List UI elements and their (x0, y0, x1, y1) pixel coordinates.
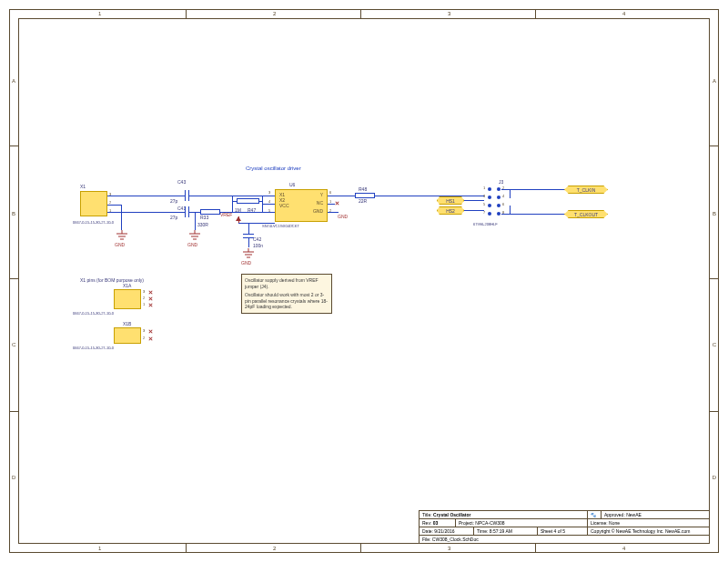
j3-part: 67996-208HLF (473, 222, 498, 226)
approved-value: NewAE (626, 512, 642, 517)
note-line1: Oscillator supply derived from VREF jump… (245, 277, 329, 289)
grid-row-br: B (713, 211, 716, 216)
u6-p-gnd: GND (313, 208, 323, 214)
title-block: Title: Crystal Oscillator 🐾 Approved: Ne… (419, 510, 710, 544)
grid-col-1b: 1 (98, 546, 101, 551)
x1b-ref: X1B (123, 321, 131, 326)
c43-ref: C43 (177, 179, 186, 185)
grid-col-3: 3 (448, 11, 450, 16)
x1a-part: 0667-0-15-15-30-27-10-0 (73, 311, 114, 316)
r33-ref: R33 (200, 215, 208, 220)
grid-col-1: 1 (98, 11, 101, 16)
gnd-symbol-2 (189, 230, 200, 241)
vref-label: VREF (220, 212, 232, 217)
file-value: CW308_Clock.SchDoc (432, 537, 479, 542)
title-value: Crystal Oscillator (433, 512, 470, 517)
u6-gnd: GND (338, 214, 348, 219)
c43-val: 27p (170, 198, 177, 204)
date-value: 9/21/2016 (434, 528, 454, 534)
u6-part: SN74LVC1GX04DCKT (262, 224, 299, 228)
license-value: None (609, 520, 620, 526)
j3-ref: J3 (499, 179, 503, 185)
u6-ref: U6 (289, 182, 295, 187)
gnd-symbol-1 (116, 230, 127, 241)
grid-col-3b: 3 (448, 546, 450, 551)
grid-col-4: 4 (622, 11, 625, 16)
r48-ref: R48 (359, 186, 367, 192)
time-value: 8:57:19 AM (490, 528, 512, 534)
schematic-sheet: 1 2 3 4 1 2 3 4 A B C D A B C D Crystal … (0, 0, 728, 562)
net-hs1: HS1 (437, 196, 464, 205)
net-clkin: T_CLKIN (564, 186, 608, 194)
grid-row-c: C (12, 342, 15, 347)
x1-part: 0667-0-15-15-30-27-10-0 (73, 220, 114, 225)
copyright-value: Copyright © NewAE Technology Inc. NewAE.… (588, 527, 709, 535)
note-line2: Oscillator should work with most 2 or 3-… (245, 292, 329, 310)
net-hs2: HS2 (437, 206, 464, 215)
net-clkout: T_CLKOUT (564, 210, 608, 218)
gnd-label-1: GND (115, 242, 125, 247)
x1b-part: 0667-0-15-15-30-27-10-0 (73, 346, 114, 350)
r33-val: 330R (197, 222, 208, 227)
component-x1a (114, 289, 141, 309)
nc-marker (335, 201, 339, 206)
u6-p-nc: NC (317, 200, 323, 206)
sheet-value: Sheet 4 of 5 (538, 527, 588, 535)
grid-col-2b: 2 (273, 546, 276, 551)
x1-ref: X1 (80, 184, 86, 189)
c42-val: 100n (253, 243, 263, 248)
note-box: Oscillator supply derived from VREF jump… (241, 274, 332, 314)
c41-val: 27p (170, 215, 177, 220)
component-x1b (114, 327, 141, 344)
bom-note: X1 pins (for BOM purpose only) (80, 277, 144, 283)
grid-col-2: 2 (273, 11, 276, 16)
grid-row-dr: D (713, 475, 716, 480)
grid-row-a: A (12, 78, 15, 84)
u6-p-y: Y (320, 192, 323, 197)
r47-val: 1M (235, 207, 241, 213)
grid-col-4b: 4 (622, 546, 625, 551)
schematic-canvas: Crystal oscillator driver X1 0667-0-15-1… (18, 18, 710, 544)
component-u6: X1 X2 VCC Y NC GND (275, 189, 328, 222)
r47-ref: R47 (248, 207, 256, 213)
project-value: NPCA-CW308 (475, 520, 504, 526)
grid-row-b: B (12, 211, 15, 216)
grid-row-ar: A (713, 78, 716, 84)
r48-val: 22R (359, 198, 367, 204)
grid-row-cr: C (713, 342, 716, 347)
grid-row-d: D (12, 475, 15, 480)
section-title: Crystal oscillator driver (246, 166, 301, 171)
gnd-label-3: GND (241, 260, 251, 266)
gnd-symbol-3 (243, 248, 254, 259)
x1a-ref: X1A (123, 283, 131, 288)
component-x1 (80, 191, 107, 216)
gnd-label-2: GND (187, 242, 197, 247)
rev-value: 03 (433, 520, 439, 526)
c42-ref: C42 (253, 236, 261, 242)
